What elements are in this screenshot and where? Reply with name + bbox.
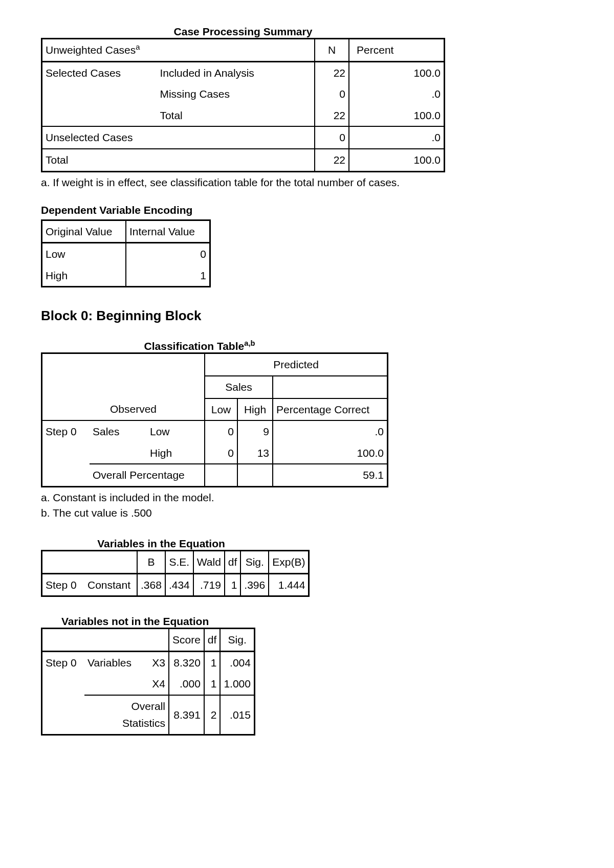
vie-expb: 1.444 — [269, 573, 309, 596]
cps-header-percent: Percent — [349, 39, 444, 62]
dependent-variable-encoding-table: Original Value Internal Value Low 0 High… — [41, 219, 211, 288]
vne-sig: .015 — [220, 695, 254, 735]
variables-in-equation-table: B S.E. Wald df Sig. Exp(B) Step 0 Consta… — [41, 550, 310, 597]
vne-b — [84, 673, 142, 695]
vie-title: Variables in the Equation — [97, 538, 225, 549]
cps-row-b: Total — [157, 105, 315, 127]
cps-row-a — [42, 105, 157, 127]
vne-b: Overall Statistics — [84, 695, 169, 735]
vie-b: .368 — [137, 573, 165, 596]
vie-var: Constant — [84, 573, 137, 596]
ct-row-cat: High — [147, 442, 205, 464]
ct-sales: Sales — [205, 376, 273, 398]
ct-footnote-a: a. Constant is included in the model. — [41, 492, 573, 504]
vne-sig: .004 — [220, 651, 254, 673]
vie-hdr-se: S.E. — [165, 550, 193, 573]
vie-df: 1 — [225, 573, 241, 596]
vie-hdr-sig: Sig. — [240, 550, 269, 573]
vne-b: Variables — [84, 651, 142, 673]
vne-hdr-score: Score — [169, 629, 204, 652]
vne-score: 8.320 — [169, 651, 204, 673]
ct-row-high: 9 — [237, 420, 273, 442]
dve-row-internal: 1 — [126, 265, 210, 287]
ct-row-low: 0 — [205, 420, 237, 442]
vne-title: Variables not in the Equation — [61, 615, 209, 627]
cps-row-n: 22 — [315, 105, 349, 127]
variables-not-in-equation-table: Score df Sig. Step 0 Variables X3 8.320 … — [41, 628, 255, 736]
cps-row-a: Total — [42, 149, 315, 171]
cps-row-n: 22 — [315, 61, 349, 83]
case-processing-summary-table: Unweighted Casesa N Percent Selected Cas… — [41, 38, 445, 172]
vne-c: X4 — [142, 673, 169, 695]
cps-row-a — [42, 83, 157, 105]
vie-hdr-b: B — [137, 550, 165, 573]
classification-table: Predicted Sales Observed Low High Percen… — [41, 352, 388, 487]
block0-title: Block 0: Beginning Block — [41, 308, 573, 324]
cps-header-n: N — [315, 39, 349, 62]
vne-sig: 1.000 — [220, 673, 254, 695]
cps-row-p: 100.0 — [349, 149, 444, 171]
dve-title: Dependent Variable Encoding — [41, 204, 573, 216]
vie-hdr-wald: Wald — [193, 550, 225, 573]
vie-step: Step 0 — [42, 573, 85, 596]
cps-row-p: 100.0 — [349, 105, 444, 127]
dve-row-internal: 0 — [126, 243, 210, 265]
cps-row-p: .0 — [349, 83, 444, 105]
ct-footnote-b: b. The cut value is .500 — [41, 507, 573, 519]
ct-row-pc: 100.0 — [273, 442, 388, 464]
vne-hdr-sig: Sig. — [220, 629, 254, 652]
cps-row-n: 0 — [315, 126, 349, 149]
dve-header-internal: Internal Value — [126, 220, 210, 243]
vne-score: .000 — [169, 673, 204, 695]
vie-se: .434 — [165, 573, 193, 596]
ct-observed: Observed — [90, 398, 205, 421]
ct-step0: Step 0 — [42, 420, 90, 442]
ct-title: Classification Tablea,b — [144, 340, 255, 352]
cps-row-p: .0 — [349, 126, 444, 149]
vne-df: 1 — [204, 651, 221, 673]
cps-row-a: Unselected Cases — [42, 126, 315, 149]
cps-header-label: Unweighted Casesa — [42, 39, 315, 62]
cps-row-p: 100.0 — [349, 61, 444, 83]
ct-row-low: 0 — [205, 442, 237, 464]
cps-row-n: 0 — [315, 83, 349, 105]
ct-high: High — [237, 398, 273, 421]
cps-row-a: Selected Cases — [42, 61, 157, 83]
vne-c: X3 — [142, 651, 169, 673]
cps-row-b: Included in Analysis — [157, 61, 315, 83]
vne-hdr-df: df — [204, 629, 221, 652]
ct-sales-label: Sales — [90, 420, 147, 442]
vie-hdr-df: df — [225, 550, 241, 573]
vne-a — [42, 695, 85, 735]
cps-row-n: 22 — [315, 149, 349, 171]
vne-score: 8.391 — [169, 695, 204, 735]
ct-overall-label: Overall Percentage — [90, 464, 205, 486]
ct-overall-pc: 59.1 — [273, 464, 388, 486]
cps-title: Case Processing Summary — [174, 26, 313, 37]
vne-a: Step 0 — [42, 651, 85, 673]
dve-header-orig: Original Value — [42, 220, 126, 243]
dve-row-orig: Low — [42, 243, 126, 265]
ct-row-pc: .0 — [273, 420, 388, 442]
dve-row-orig: High — [42, 265, 126, 287]
ct-predicted: Predicted — [205, 353, 388, 376]
ct-pc: Percentage Correct — [273, 398, 388, 421]
vne-a — [42, 673, 85, 695]
vne-df: 2 — [204, 695, 221, 735]
vie-sig: .396 — [240, 573, 269, 596]
vie-hdr-expb: Exp(B) — [269, 550, 309, 573]
vie-wald: .719 — [193, 573, 225, 596]
vne-df: 1 — [204, 673, 221, 695]
ct-row-cat: Low — [147, 420, 205, 442]
cps-row-b: Missing Cases — [157, 83, 315, 105]
cps-footnote: a. If weight is in effect, see classific… — [41, 176, 573, 189]
ct-low: Low — [205, 398, 237, 421]
ct-row-high: 13 — [237, 442, 273, 464]
